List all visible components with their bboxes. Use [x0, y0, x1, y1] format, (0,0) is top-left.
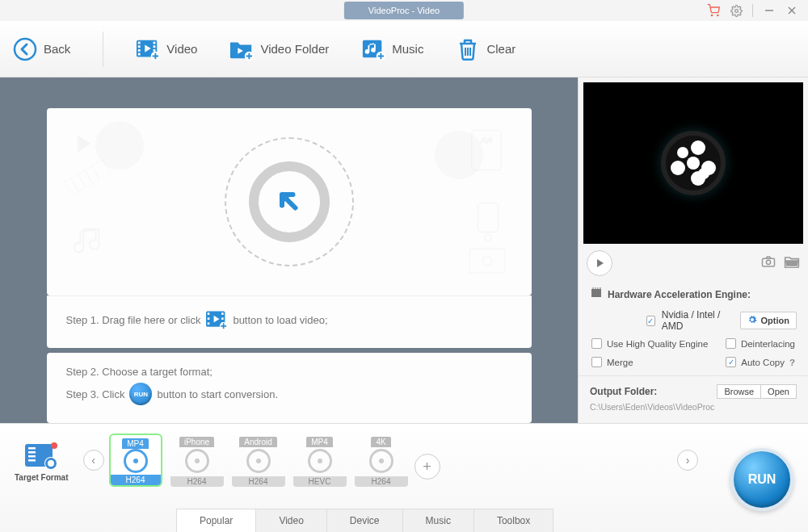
format-preset[interactable]: iPhoneH264	[170, 434, 224, 487]
format-reel-icon	[124, 449, 148, 473]
category-tab[interactable]: Device	[326, 509, 403, 532]
output-folder-label: Output Folder:	[590, 386, 657, 397]
svg-rect-39	[208, 322, 210, 325]
gpu-label: Nvidia / Intel / AMD	[662, 309, 727, 332]
formats-prev-button[interactable]: ‹	[83, 450, 104, 471]
format-reel-icon	[185, 449, 209, 473]
svg-rect-13	[154, 45, 156, 48]
cart-icon[interactable]	[707, 4, 720, 17]
svg-rect-41	[221, 317, 224, 320]
format-top-label: MP4	[122, 438, 149, 449]
svg-rect-54	[28, 455, 36, 458]
clear-label: Clear	[486, 42, 516, 56]
bottom-bar: Target Format ‹ MP4H264iPhoneH264Android…	[0, 423, 808, 532]
snapshot-icon[interactable]	[761, 255, 776, 271]
autocopy-label: Auto Copy	[741, 358, 785, 367]
svg-rect-23	[63, 159, 110, 195]
svg-rect-11	[138, 52, 141, 55]
close-button[interactable]	[785, 4, 798, 17]
film-reel-icon	[661, 131, 726, 195]
merge-label: Merge	[607, 358, 633, 367]
clear-button[interactable]: Clear	[456, 37, 516, 61]
category-tab[interactable]: Video	[255, 509, 326, 532]
drop-panel: AVI Step 1. Drag file here or click butt…	[0, 77, 578, 423]
separator	[103, 31, 103, 67]
svg-rect-12	[154, 41, 156, 44]
svg-point-31	[484, 234, 490, 241]
back-label: Back	[44, 42, 70, 56]
svg-line-27	[91, 165, 99, 179]
category-tab[interactable]: Toolbox	[473, 509, 553, 532]
deinterlacing-checkbox[interactable]	[726, 338, 736, 349]
svg-rect-46	[591, 289, 601, 297]
format-preset[interactable]: AndroidH264	[232, 434, 285, 487]
target-format-icon	[23, 439, 59, 470]
target-format-button[interactable]: Target Format	[15, 439, 69, 482]
play-button[interactable]	[587, 250, 612, 276]
settings-icon[interactable]	[730, 4, 743, 17]
svg-point-58	[51, 442, 57, 449]
titlebar-controls	[707, 4, 808, 17]
svg-point-0	[711, 15, 712, 15]
step-1: Step 1. Drag file here or click button t…	[47, 295, 532, 348]
svg-line-25	[78, 174, 86, 187]
format-preset[interactable]: 4KH264	[355, 434, 408, 487]
add-format-button[interactable]: +	[415, 454, 440, 480]
hq-checkbox[interactable]	[591, 338, 602, 349]
svg-rect-8	[138, 41, 141, 44]
format-reel-icon	[308, 449, 332, 473]
drop-zone[interactable]: AVI	[47, 108, 532, 295]
format-preset[interactable]: MP4HEVC	[293, 434, 347, 487]
format-bottom-label: HEVC	[293, 476, 347, 487]
minimize-button[interactable]	[763, 4, 776, 17]
main-area: AVI Step 1. Drag file here or click butt…	[0, 77, 808, 423]
format-top-label: iPhone	[179, 437, 214, 447]
svg-rect-55	[28, 459, 36, 462]
add-music-button[interactable]: Music	[361, 37, 423, 61]
format-category-tabs: PopularVideoDeviceMusicToolbox	[176, 509, 553, 532]
svg-rect-38	[208, 317, 210, 320]
help-icon[interactable]: ?	[789, 358, 795, 367]
svg-text:AVI: AVI	[481, 136, 492, 145]
svg-rect-37	[208, 312, 210, 315]
merge-checkbox[interactable]	[591, 357, 602, 367]
browse-button[interactable]: Browse	[717, 384, 760, 399]
svg-point-33	[482, 256, 492, 266]
back-button[interactable]: Back	[13, 37, 70, 61]
svg-rect-14	[154, 49, 156, 52]
toolbar: Back Video Video Folder Music Clear	[0, 21, 808, 77]
video-inline-icon	[205, 309, 228, 330]
video-icon	[136, 37, 160, 61]
formats-next-button[interactable]: ›	[677, 450, 698, 471]
background-decoration: AVI	[60, 121, 519, 283]
step3-text-b: button to start conversion.	[157, 388, 278, 400]
titlebar: VideoProc - Video	[0, 0, 808, 21]
svg-line-26	[84, 170, 92, 183]
window-title: VideoProc - Video	[344, 2, 464, 19]
run-mini-icon: RUN	[129, 383, 152, 405]
add-video-button[interactable]: Video	[136, 37, 197, 61]
step1-text-b: button to load video;	[233, 314, 327, 326]
gpu-checkbox[interactable]	[646, 316, 655, 326]
output-path: C:\Users\Eden\Videos\VideoProc	[590, 402, 797, 412]
run-button[interactable]: RUN	[730, 448, 793, 511]
open-button[interactable]: Open	[760, 384, 797, 399]
hw-title-text: Hardware Acceleration Engine:	[608, 289, 751, 300]
svg-rect-30	[478, 203, 498, 232]
format-preset[interactable]: MP4H264	[109, 434, 162, 487]
category-tab[interactable]: Popular	[176, 509, 256, 532]
autocopy-checkbox[interactable]	[726, 357, 736, 367]
option-button[interactable]: Option	[740, 312, 797, 329]
svg-point-6	[15, 39, 36, 60]
option-label: Option	[761, 316, 789, 325]
hardware-acceleration-section: Hardware Acceleration Engine: Nvidia / I…	[579, 279, 808, 367]
category-tab[interactable]: Music	[402, 509, 474, 532]
separator	[752, 4, 753, 17]
open-folder-icon[interactable]	[784, 255, 800, 271]
format-bottom-label: H264	[111, 475, 161, 485]
output-folder-section: Output Folder: Browse Open C:\Users\Eden…	[579, 375, 808, 412]
target-format-label: Target Format	[15, 473, 69, 482]
video-folder-label: Video Folder	[260, 42, 329, 56]
back-icon	[13, 37, 37, 61]
add-video-folder-button[interactable]: Video Folder	[229, 37, 329, 61]
